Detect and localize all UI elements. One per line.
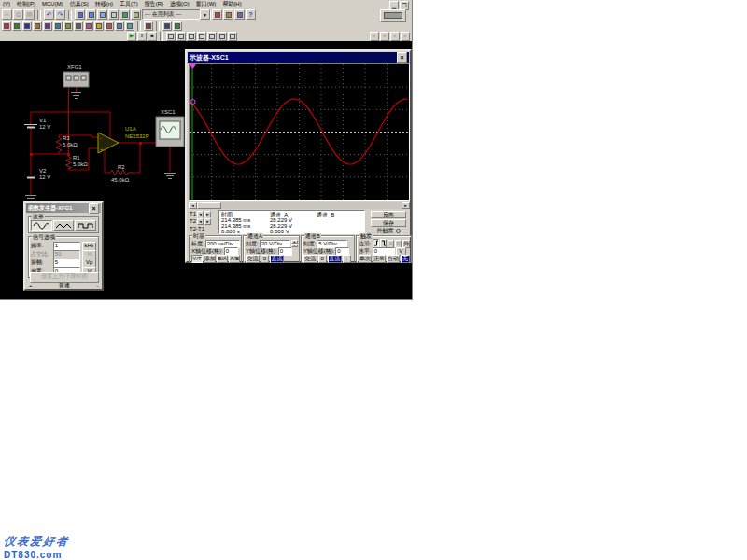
place-transistor-icon[interactable] <box>33 21 42 31</box>
pause-at-breakpoint-icon[interactable] <box>166 32 176 41</box>
electrical-rules-icon[interactable] <box>212 9 222 20</box>
place-mixed-icon[interactable] <box>84 21 93 31</box>
copy-icon[interactable]: ⧉ <box>13 9 23 20</box>
ba-mode-button[interactable]: B/A <box>217 255 228 263</box>
set-rise-fall-button[interactable]: 设置上升/下降时间 <box>30 272 99 283</box>
menu-place[interactable]: 绘制(P) <box>17 1 35 7</box>
battery-v1[interactable] <box>24 125 37 128</box>
place-cmos-icon[interactable] <box>63 21 73 31</box>
zoom-in-icon[interactable]: ⌕ <box>370 32 379 41</box>
spin-down-icon[interactable]: ▼ <box>291 244 298 247</box>
menu-reports[interactable]: 报告(R) <box>145 1 163 7</box>
menu-help[interactable]: 帮助(H) <box>222 1 241 7</box>
run-simulation-button[interactable]: ▶ <box>127 32 136 41</box>
scope-horizontal-scrollbar[interactable]: ◄ ► <box>189 202 410 209</box>
capture-screen-icon[interactable] <box>223 9 233 20</box>
trigger-single-button[interactable]: 单次 <box>359 255 372 263</box>
scope-display[interactable] <box>189 63 410 201</box>
place-hierarchical-icon[interactable] <box>173 21 182 31</box>
redo-icon[interactable]: ↷ <box>55 9 65 20</box>
postprocessor-icon[interactable] <box>131 9 141 20</box>
channel-a-dc-button[interactable]: 直流 <box>270 255 284 263</box>
close-icon[interactable]: × <box>397 52 407 63</box>
place-basic-icon[interactable] <box>12 21 21 31</box>
place-indicator-icon[interactable] <box>94 21 104 31</box>
sine-wave-button[interactable] <box>31 220 52 231</box>
channel-b-ac-button[interactable]: 交流 <box>303 255 317 263</box>
triangle-wave-button[interactable] <box>53 220 75 231</box>
zoom-fit-icon[interactable]: ⌕ <box>401 32 410 41</box>
channel-a-zero-button[interactable]: 0 <box>261 255 269 263</box>
back-annotate-icon[interactable] <box>234 9 245 20</box>
stop-simulation-button[interactable]: ■ <box>148 32 157 41</box>
plus-terminal[interactable]: + <box>29 283 33 288</box>
resistor-r1[interactable] <box>66 157 72 169</box>
minus-terminal[interactable]: - <box>96 283 98 288</box>
ab-mode-button[interactable]: A/B <box>229 255 240 263</box>
zoom-area-icon[interactable]: ⌕ <box>390 32 400 41</box>
spreadsheet-view-icon[interactable] <box>86 9 96 20</box>
scroll-left-icon[interactable]: ◄ <box>189 202 197 209</box>
zoom-out-icon[interactable]: ⌕ <box>380 32 389 41</box>
square-wave-button[interactable] <box>75 220 96 231</box>
step-into-icon[interactable] <box>176 32 186 41</box>
menu-options[interactable]: 选项(O) <box>170 1 190 7</box>
xfg1-instrument[interactable] <box>63 72 89 87</box>
pause-simulation-button[interactable]: ‖ <box>137 32 147 41</box>
remove-breakpoint-icon[interactable] <box>228 32 237 41</box>
scroll-right-icon[interactable]: ► <box>402 202 410 209</box>
component-wizard-icon[interactable] <box>108 9 119 20</box>
trigger-normal-button[interactable]: 正常 <box>373 255 386 263</box>
cut-icon[interactable]: ✂ <box>2 9 12 20</box>
t1-left-icon[interactable]: ◄ <box>197 211 204 217</box>
menu-transfer[interactable]: 转移(n) <box>95 1 113 7</box>
menu-view-partial[interactable]: (V) <box>3 1 10 7</box>
menu-tools[interactable]: 工具(T) <box>120 1 138 7</box>
place-misc-icon[interactable] <box>115 21 124 31</box>
common-terminal[interactable]: 普通 <box>59 283 70 288</box>
database-manager-icon[interactable] <box>97 9 107 20</box>
step-out-icon[interactable] <box>197 32 206 41</box>
channel-b-invert-button[interactable]: - <box>343 255 351 263</box>
resistor-r2[interactable] <box>110 170 133 175</box>
add-mode-button[interactable]: 添加 <box>204 255 216 263</box>
in-use-list-combobox[interactable]: --- 在用列表 --- ▼ <box>142 9 211 20</box>
grapher-icon[interactable] <box>120 9 130 20</box>
scrollbar-thumb[interactable] <box>197 202 221 209</box>
menu-window[interactable]: 窗口(W) <box>196 1 217 7</box>
save-button[interactable]: 保存 <box>371 219 406 227</box>
reverse-button[interactable]: 反向 <box>371 211 406 218</box>
t2-right-icon[interactable]: ► <box>204 218 211 225</box>
chevron-down-icon[interactable]: ▼ <box>200 9 210 20</box>
toggle-breakpoint-icon[interactable] <box>218 32 227 41</box>
channel-a-ac-button[interactable]: 交流 <box>246 255 260 263</box>
resistor-r3[interactable] <box>56 137 62 152</box>
place-diode-icon[interactable] <box>22 21 32 31</box>
place-power-icon[interactable] <box>105 21 114 31</box>
place-misc-digital-icon[interactable] <box>74 21 83 31</box>
function-generator-titlebar[interactable]: 函数发生器-XFG1 × <box>26 203 101 213</box>
undo-icon[interactable]: ↶ <box>44 9 54 20</box>
design-toolbox-icon[interactable] <box>75 9 85 20</box>
trigger-none-button[interactable]: 无 <box>401 255 410 263</box>
opamp-u1a[interactable]: - + <box>98 133 119 153</box>
trigger-auto-button[interactable]: 自动 <box>387 255 400 263</box>
help-icon[interactable]: ? <box>246 9 256 20</box>
battery-v2[interactable] <box>24 175 37 178</box>
channel-b-zero-button[interactable]: 0 <box>318 255 327 263</box>
t1-right-icon[interactable]: ► <box>204 211 211 217</box>
menu-mcu[interactable]: MCU(M) <box>42 1 63 7</box>
close-icon[interactable]: × <box>89 203 99 214</box>
place-ttl-icon[interactable] <box>53 21 63 31</box>
place-bus-icon[interactable] <box>162 21 172 31</box>
place-source-icon[interactable] <box>2 21 11 31</box>
oscilloscope-titlebar[interactable]: 示波器-XSC1 × <box>188 52 409 63</box>
menu-simulate[interactable]: 仿真(S) <box>70 1 89 7</box>
paste-icon[interactable]: ▤ <box>24 9 35 20</box>
channel-b-dc-button[interactable]: 直流 <box>328 255 342 263</box>
oscilloscope-window[interactable]: 示波器-XSC1 × ◄ <box>185 49 412 263</box>
ext-trigger-radio[interactable] <box>396 229 401 233</box>
function-generator-window[interactable]: 函数发生器-XFG1 × 波形 信号选项 频率: 1 kHz <box>23 201 104 291</box>
t2-left-icon[interactable]: ◄ <box>197 218 204 225</box>
instruments-toolbar-icon[interactable] <box>380 9 406 22</box>
